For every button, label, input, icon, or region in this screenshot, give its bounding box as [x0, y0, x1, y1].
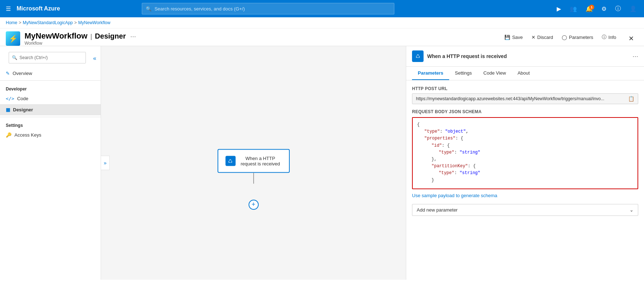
- sidebar-item-access-keys[interactable]: 🔑 Access Keys: [0, 129, 101, 141]
- sidebar-search-placeholder: Search (Ctrl+/): [19, 55, 48, 60]
- sidebar-section-settings: Settings: [0, 119, 101, 129]
- info-button[interactable]: ⓘ Info: [598, 32, 620, 43]
- save-button[interactable]: 💾 Save: [501, 32, 526, 42]
- breadcrumb: Home > MyNewStandardLogicApp > MyNewWork…: [0, 17, 644, 28]
- save-icon: 💾: [504, 35, 510, 40]
- search-placeholder: Search resources, services, and docs (G+…: [154, 6, 245, 12]
- designer-canvas[interactable]: » ♺ When a HTTP request is received +: [101, 46, 406, 280]
- sidebar: 🔍 Search (Ctrl+/) « ✎ Overview Developer…: [0, 46, 101, 280]
- cloud-shell-icon[interactable]: ▶: [554, 4, 564, 14]
- parameters-button[interactable]: ◯ Parameters: [558, 32, 597, 42]
- code-icon: </>: [6, 96, 14, 101]
- schema-label: Request Body JSON Schema: [412, 109, 638, 114]
- sidebar-search-icon: 🔍: [12, 55, 17, 60]
- page-title: MyNewWorkflow: [25, 31, 87, 41]
- discard-button[interactable]: ✕ Discard: [528, 32, 557, 42]
- http-post-url-value: https://mynewstandardlogicapp.azurewebsi…: [416, 96, 625, 101]
- parameters-icon: ◯: [562, 35, 567, 40]
- sidebar-divider-1: [0, 80, 101, 81]
- breadcrumb-app[interactable]: MyNewStandardLogicApp: [23, 20, 73, 25]
- directory-icon[interactable]: 👥: [567, 4, 580, 14]
- tab-parameters[interactable]: Parameters: [412, 67, 449, 80]
- sidebar-item-label: Code: [17, 96, 28, 101]
- breadcrumb-sep-1: >: [19, 20, 21, 25]
- save-label: Save: [512, 35, 523, 40]
- chevron-down-icon: ⌄: [630, 207, 634, 213]
- parameters-label: Parameters: [569, 35, 593, 40]
- right-panel: ♺ When a HTTP request is received ⋯ Para…: [406, 46, 644, 280]
- schema-editor[interactable]: { "type": "object", "properties": { "id"…: [412, 117, 638, 189]
- separator: |: [90, 33, 92, 40]
- page-header: ⚡ MyNewWorkflow | Designer ⋯ Workflow 💾 …: [0, 28, 644, 46]
- sidebar-divider-2: [0, 117, 101, 117]
- brand-label: Microsoft Azure: [17, 5, 60, 12]
- more-options-icon[interactable]: ⋯: [130, 33, 136, 40]
- tab-about[interactable]: About: [512, 67, 535, 80]
- connector-line: [253, 173, 254, 184]
- expand-panel-button[interactable]: »: [101, 156, 110, 170]
- main-layout: 🔍 Search (Ctrl+/) « ✎ Overview Developer…: [0, 46, 644, 280]
- sample-payload-link[interactable]: Use sample payload to generate schema: [412, 193, 497, 198]
- workflow-trigger-node[interactable]: ♺ When a HTTP request is received: [218, 149, 290, 173]
- close-button[interactable]: ✕: [624, 32, 638, 45]
- right-panel-header: ♺ When a HTTP request is received ⋯: [406, 46, 644, 67]
- designer-nav-icon: ▦: [6, 107, 10, 112]
- search-icon: 🔍: [146, 6, 152, 12]
- page-toolbar: 💾 Save ✕ Discard ◯ Parameters ⓘ Info: [501, 32, 620, 45]
- resource-type: Workflow: [25, 41, 496, 46]
- right-panel-content: HTTP POST URL https://mynewstandardlogic…: [406, 80, 644, 280]
- sidebar-item-designer[interactable]: ▦ Designer: [0, 104, 101, 115]
- right-panel-more-icon[interactable]: ⋯: [632, 53, 638, 60]
- sidebar-item-label: Access Keys: [14, 132, 41, 138]
- hamburger-menu[interactable]: ☰: [4, 4, 12, 14]
- workflow-node-label: When a HTTP request is received: [239, 156, 282, 167]
- sidebar-item-label: Overview: [13, 71, 32, 76]
- breadcrumb-workflow[interactable]: MyNewWorkflow: [78, 20, 110, 25]
- discard-icon: ✕: [531, 35, 535, 40]
- add-step-button[interactable]: +: [249, 200, 259, 210]
- tab-settings[interactable]: Settings: [449, 67, 478, 80]
- right-panel-trigger-icon: ♺: [412, 50, 424, 62]
- workflow-icon: ⚡: [6, 31, 20, 46]
- access-keys-icon: 🔑: [6, 132, 12, 138]
- http-trigger-icon: ♺: [225, 156, 236, 166]
- http-post-url-field: https://mynewstandardlogicapp.azurewebsi…: [412, 93, 638, 104]
- info-label: Info: [608, 35, 616, 40]
- sidebar-search[interactable]: 🔍 Search (Ctrl+/): [9, 52, 86, 63]
- tab-code-view[interactable]: Code View: [478, 67, 512, 80]
- add-new-parameter-dropdown[interactable]: Add new parameter ⌄: [412, 204, 638, 216]
- sidebar-collapse-icon[interactable]: «: [92, 54, 98, 63]
- right-panel-title: When a HTTP request is received: [427, 53, 629, 59]
- canvas-inner: ♺ When a HTTP request is received: [218, 149, 290, 184]
- discard-label: Discard: [537, 35, 553, 40]
- copy-url-button[interactable]: 📋: [628, 96, 634, 102]
- overview-icon: ✎: [6, 71, 10, 76]
- global-search[interactable]: 🔍 Search resources, services, and docs (…: [142, 3, 394, 14]
- breadcrumb-home[interactable]: Home: [6, 20, 17, 25]
- notifications-icon[interactable]: 🔔 1: [583, 4, 596, 14]
- sidebar-item-overview[interactable]: ✎ Overview: [0, 68, 101, 79]
- nav-icons-group: ▶ 👥 🔔 1 ⚙ ⓘ 👤: [554, 4, 640, 14]
- settings-icon[interactable]: ⚙: [599, 4, 609, 14]
- breadcrumb-sep-2: >: [74, 20, 77, 25]
- info-icon: ⓘ: [602, 34, 606, 40]
- notification-badge: 1: [589, 5, 594, 10]
- designer-label: Designer: [95, 32, 126, 40]
- page-header-text: MyNewWorkflow | Designer ⋯ Workflow: [25, 31, 496, 46]
- http-post-url-label: HTTP POST URL: [412, 86, 638, 91]
- add-param-label: Add new parameter: [417, 207, 457, 213]
- sidebar-item-code[interactable]: </> Code: [0, 93, 101, 104]
- sidebar-section-developer: Developer: [0, 82, 101, 93]
- sidebar-item-label: Designer: [13, 107, 33, 112]
- help-icon[interactable]: ⓘ: [612, 4, 624, 14]
- right-panel-tabs: Parameters Settings Code View About: [406, 67, 644, 80]
- account-icon[interactable]: 👤: [627, 4, 640, 14]
- top-navigation: ☰ Microsoft Azure 🔍 Search resources, se…: [0, 0, 644, 17]
